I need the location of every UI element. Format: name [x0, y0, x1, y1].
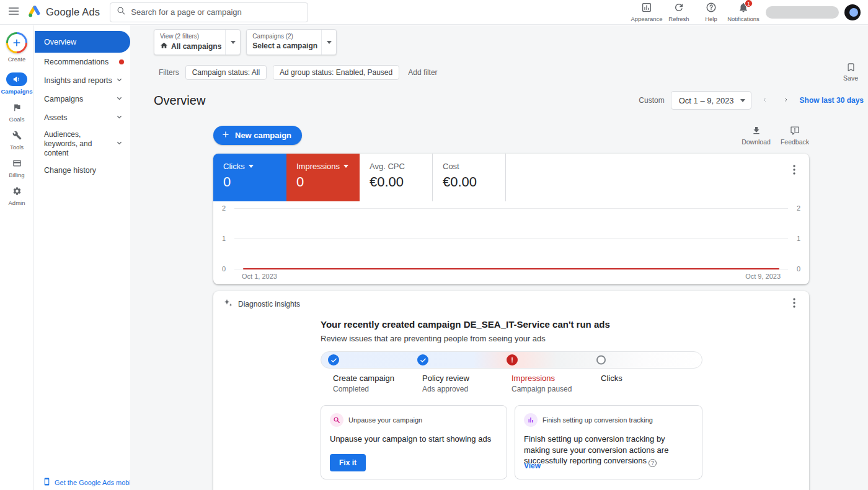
plus-icon	[221, 130, 230, 141]
step-clicks: Clicks	[601, 374, 622, 383]
x-axis-labels: Oct 1, 2023 Oct 9, 2023	[242, 273, 781, 280]
metric-value: 0	[296, 174, 360, 190]
show-last-30-days-link[interactable]: Show last 30 days	[800, 96, 864, 105]
refresh-icon	[673, 2, 684, 15]
scorecard-menu-button[interactable]	[787, 163, 802, 178]
filters-label: Filters	[159, 68, 179, 77]
new-campaign-button[interactable]: New campaign	[213, 126, 302, 145]
fix-it-button[interactable]: Fix it	[330, 454, 366, 471]
x-axis-label-start: Oct 1, 2023	[242, 273, 277, 280]
y-tick: 2	[797, 204, 800, 212]
date-range-type-label: Custom	[639, 96, 664, 105]
step-subtitle: Campaign paused	[512, 385, 572, 393]
view-filter-dropdown[interactable]: View (2 filters) All campaigns	[154, 29, 241, 55]
campaigns-icon	[6, 72, 27, 86]
notification-badge: 1	[745, 0, 753, 7]
help-icon	[706, 2, 717, 15]
diagnostics-menu-button[interactable]	[787, 296, 802, 311]
goals-flag-icon	[6, 100, 27, 114]
filter-chip-campaign-status[interactable]: Campaign status: All	[185, 65, 267, 80]
avatar[interactable]	[844, 4, 861, 20]
rail-item-campaigns[interactable]: Campaigns	[1, 72, 32, 95]
gridline	[234, 238, 788, 239]
campaign-filter-label: Campaigns (2)	[252, 33, 317, 40]
chart-area: 2 1 0 2 1 0	[238, 208, 784, 269]
sidebar-item-audiences-keywords-content[interactable]: Audiences, keywords, and content	[35, 127, 130, 161]
sidebar-item-insights-and-reports[interactable]: Insights and reports	[35, 71, 130, 90]
create-button[interactable]: Create	[6, 32, 27, 63]
dropdown-caret-icon	[321, 30, 336, 55]
dropdown-caret-icon	[225, 30, 240, 55]
y-tick: 1	[797, 235, 800, 242]
sidebar-item-label: Audiences, keywords, and content	[44, 130, 113, 158]
help-label: Help	[705, 15, 717, 22]
plus-icon	[6, 32, 27, 53]
add-filter-button[interactable]: Add filter	[408, 68, 437, 77]
rail-item-tools[interactable]: Tools	[6, 128, 27, 151]
metric-value: 0	[223, 174, 286, 190]
metric-clicks[interactable]: Clicks 0	[213, 154, 286, 201]
insight-card-unpause: Unpause your campaign Unpause your campa…	[321, 405, 507, 479]
sidebar-item-overview[interactable]: Overview	[35, 31, 130, 53]
sidebar-item-campaigns[interactable]: Campaigns	[35, 90, 130, 108]
phone-icon	[43, 478, 51, 487]
metric-cost[interactable]: Cost €0.00	[433, 154, 506, 201]
campaign-filter-dropdown[interactable]: Campaigns (2) Select a campaign	[246, 29, 337, 55]
step-title: Policy review	[422, 374, 469, 383]
recommendations-alert-dot	[119, 59, 124, 64]
help-button[interactable]: Help	[695, 1, 727, 24]
metric-avg-cpc[interactable]: Avg. CPC €0.00	[360, 154, 433, 201]
save-button[interactable]: Save	[843, 63, 858, 82]
notifications-label: Notifications	[727, 15, 760, 22]
menu-button[interactable]	[0, 0, 27, 25]
chevron-left-icon	[762, 95, 768, 106]
step-title: Impressions	[512, 374, 572, 383]
filter-chip-ad-group-status[interactable]: Ad group status: Enabled, Paused	[273, 65, 399, 80]
view-link[interactable]: View	[524, 462, 541, 470]
refresh-button[interactable]: Refresh	[663, 1, 695, 24]
next-date-button[interactable]	[779, 93, 794, 108]
rail-item-label: Goals	[9, 116, 25, 123]
google-ads-logo[interactable]: Google Ads	[27, 4, 100, 21]
diagnostics-content: Your recently created campaign DE_SEA_IT…	[213, 315, 809, 490]
search-bar[interactable]	[110, 2, 308, 22]
help-icon[interactable]: ?	[649, 459, 657, 467]
metric-label: Clicks	[223, 162, 245, 171]
sidebar-item-recommendations[interactable]: Recommendations	[35, 53, 130, 71]
page-header: Overview Custom Oct 1 – 9, 2023 Show las…	[154, 91, 864, 110]
download-button[interactable]: Download	[742, 126, 771, 146]
tools-wrench-icon	[6, 128, 27, 142]
actions-row: New campaign Download Feedback	[213, 126, 809, 146]
rail-item-goals[interactable]: Goals	[6, 100, 27, 123]
unpause-search-icon	[330, 413, 343, 427]
metric-selector-row: Clicks 0 Impressions 0 Avg. CPC €0.00 Co…	[213, 154, 809, 201]
notifications-button[interactable]: 1 Notifications	[727, 1, 760, 24]
new-campaign-label: New campaign	[235, 131, 291, 140]
insight-card-body: Unpause your campaign to start showing a…	[330, 434, 498, 445]
sidenav: Overview Recommendations Insights and re…	[35, 25, 130, 490]
date-range-picker[interactable]: Oct 1 – 9, 2023	[671, 91, 751, 110]
feedback-icon	[790, 126, 800, 137]
sidebar-item-change-history[interactable]: Change history	[35, 161, 130, 180]
diagnostic-insights-label: Diagnostic insights	[238, 300, 300, 308]
appearance-button[interactable]: Appearance	[631, 1, 663, 24]
google-ads-logo-text: Google Ads	[46, 6, 100, 18]
metric-impressions[interactable]: Impressions 0	[286, 154, 360, 201]
rail-item-label: Billing	[9, 172, 24, 178]
download-label: Download	[742, 138, 771, 146]
diagnostics-subtitle: Review issues that are preventing people…	[321, 334, 702, 343]
rail-item-admin[interactable]: Admin	[6, 184, 27, 206]
kebab-icon	[793, 165, 795, 177]
feedback-button[interactable]: Feedback	[781, 126, 809, 146]
step-title: Create campaign	[333, 374, 394, 383]
sidebar-item-assets[interactable]: Assets	[35, 108, 130, 127]
download-icon	[751, 126, 761, 137]
save-label: Save	[843, 74, 858, 82]
step-create-campaign: Create campaign Completed	[333, 374, 394, 393]
step-dot-impressions-error	[507, 354, 518, 365]
prev-date-button[interactable]	[758, 93, 773, 108]
search-input[interactable]	[131, 7, 301, 17]
campaign-filter-value: Select a campaign	[252, 42, 317, 50]
admin-gear-icon	[6, 184, 27, 198]
rail-item-billing[interactable]: Billing	[6, 156, 27, 178]
